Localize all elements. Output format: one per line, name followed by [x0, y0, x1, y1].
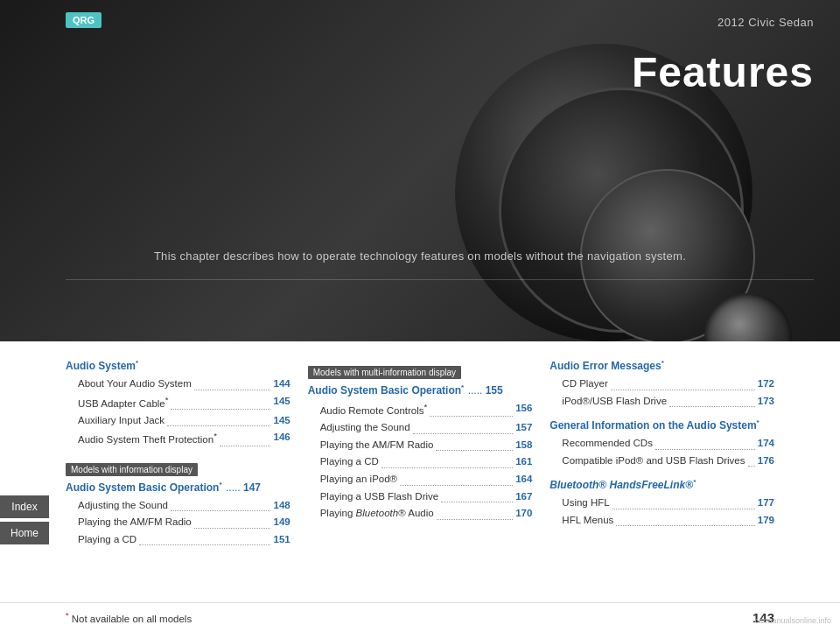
toc-bluetooth-audio: Playing Bluetooth® Audio 170 [308, 505, 533, 523]
toc-using-hfl-dots [612, 492, 755, 509]
toc-theft-protection: Audio System Theft Protection* 146 [66, 429, 290, 448]
toc-usb-cable-page: 145 [273, 393, 290, 412]
toc-hfl-menus-dots [616, 509, 754, 527]
multi-basic-sup: * [461, 383, 464, 391]
chapter-description: This chapter describes how to operate te… [0, 249, 840, 263]
toc-about-audio-dots [194, 373, 271, 390]
toc-remote-dots [430, 397, 513, 417]
info-display-box: Models with information display [66, 463, 198, 476]
toc-rec-cds-page: 174 [758, 435, 774, 453]
info-display-section-title: Audio System Basic Operation* [66, 481, 222, 494]
toc-aux-input-page: 145 [273, 412, 290, 430]
speaker-center [704, 293, 792, 341]
usb-sup: * [165, 395, 169, 404]
multi-display-section-title: Audio System Basic Operation* [308, 384, 465, 397]
toc-theft-label: Audio System Theft Protection* [78, 429, 217, 448]
toc-aux-input-dots [167, 410, 270, 427]
gen-info-sup: * [757, 418, 760, 426]
toc-adj-sound-1-label: Adjusting the Sound [78, 497, 168, 515]
toc-cd-player-dots [611, 373, 755, 390]
toc-usb-flash-label: Playing a USB Flash Drive [320, 488, 439, 506]
audio-system-superscript: * [136, 359, 138, 367]
toc-hfl-menus-page: 179 [758, 512, 774, 530]
page-container: QRG 2012 Civic Sedan Features This chapt… [0, 0, 840, 632]
toc-usb-flash-page: 167 [515, 488, 532, 506]
divider-line [66, 279, 814, 280]
speaker-ring1 [499, 88, 744, 333]
toc-compat-dots [748, 450, 755, 467]
toc-using-hfl-page: 177 [758, 495, 774, 512]
toc-cd-1-label: Playing a CD [78, 531, 136, 549]
sidebar: Index Home [0, 495, 49, 544]
toc-theft-page: 146 [273, 429, 290, 448]
toc-cd-1-page: 151 [273, 531, 290, 549]
home-button[interactable]: Home [0, 522, 49, 544]
watermark: carmanualsonline.info [754, 616, 831, 625]
qrg-badge: QRG [66, 12, 102, 28]
remote-sup: * [424, 402, 428, 411]
toc-ipod-usb-page: 173 [758, 393, 774, 411]
toc-bt-audio-label: Playing Bluetooth® Audio [320, 505, 434, 523]
toc-hfl-menus-label: HFL Menus [562, 512, 613, 530]
toc-theft-dots [220, 426, 271, 446]
column-3: Audio Error Messages* CD Player 172 iPod… [550, 359, 774, 602]
toc-amfm-2-dots [436, 434, 513, 452]
footnote: * Not available on all models [66, 611, 192, 624]
toc-compat-label: Compatible iPod® and USB Flash Drives [562, 453, 745, 470]
toc-ipod-page: 164 [515, 471, 532, 488]
toc-amfm-1-page: 149 [273, 514, 290, 531]
multi-info-display-box: Models with multi-information display [308, 366, 461, 379]
hfl-sup: * [693, 478, 696, 486]
toc-cd-player-label: CD Player [562, 376, 607, 393]
toc-amfm-2-page: 158 [515, 437, 532, 454]
audio-error-title: Audio Error Messages* [550, 359, 774, 372]
toc-ipod-usb-label: iPod®/USB Flash Drive [562, 393, 667, 411]
multi-display-page: 155 [486, 384, 503, 397]
toc-cd-1: Playing a CD 151 [66, 531, 290, 549]
toc-cd-2-dots [382, 451, 513, 468]
toc-cd-player-page: 172 [758, 376, 774, 393]
toc-ipod-usb: iPod®/USB Flash Drive 173 [550, 393, 774, 411]
theft-sup: * [214, 431, 217, 440]
toc-remote-label: Audio Remote Controls* [320, 400, 428, 419]
toc-adj-sound-1-page: 148 [273, 497, 290, 515]
section-audio-system-title: Audio System* [66, 359, 290, 372]
toc-bt-audio-dots [437, 502, 514, 520]
toc-cd-2-page: 161 [515, 453, 532, 471]
basic-op-sup: * [219, 481, 221, 488]
toc-amfm-1-dots [194, 511, 271, 529]
toc-cd-2-label: Playing a CD [320, 453, 379, 471]
toc-adj-sound-2-label: Adjusting the Sound [320, 419, 410, 437]
toc-ipod-dots [400, 468, 513, 486]
content-area: Audio System* About Your Audio System 14… [0, 341, 840, 602]
toc-rec-cds-label: Recommended CDs [562, 435, 653, 453]
toc-bt-audio-page: 170 [515, 505, 532, 523]
column-2: Models with multi-information display Au… [308, 359, 533, 602]
toc-usb-cable-label: USB Adapter Cable* [78, 393, 168, 412]
toc-compatible-ipod: Compatible iPod® and USB Flash Drives 17… [550, 453, 774, 470]
toc-recommended-cds: Recommended CDs 174 [550, 435, 774, 453]
toc-using-hfl-label: Using HFL [562, 495, 609, 512]
toc-adj-sound-2-page: 157 [515, 419, 532, 437]
toc-hfl-menus: HFL Menus 179 [550, 512, 774, 530]
general-info-title: General Information on the Audio System* [550, 418, 774, 432]
toc-cd-1-dots [139, 529, 270, 546]
bluetooth-hfl-title: Bluetooth® HandsFreeLink®* [550, 478, 774, 491]
toc-ipod-usb-dots [669, 390, 755, 408]
toc-usb-cable-dots [171, 390, 270, 410]
toc-adj-sound-2-dots [413, 417, 514, 434]
chapter-title: Features [632, 48, 814, 96]
toc-usb-flash-dots [441, 486, 513, 503]
column-1: Audio System* About Your Audio System 14… [66, 359, 290, 602]
index-button[interactable]: Index [0, 495, 49, 518]
toc-adj-sound-1-dots [171, 495, 271, 512]
toc-rec-cds-dots [655, 432, 755, 450]
header-image: QRG 2012 Civic Sedan Features This chapt… [0, 0, 840, 341]
toc-aux-input-label: Auxiliary Input Jack [78, 412, 164, 430]
footnote-symbol: * [66, 611, 69, 620]
footnote-text: Not available on all models [72, 614, 192, 624]
toc-about-audio-page: 144 [273, 376, 290, 393]
toc-compat-page: 176 [758, 453, 774, 470]
info-display-page: 147 [243, 481, 261, 494]
toc-remote-page: 156 [515, 400, 532, 419]
